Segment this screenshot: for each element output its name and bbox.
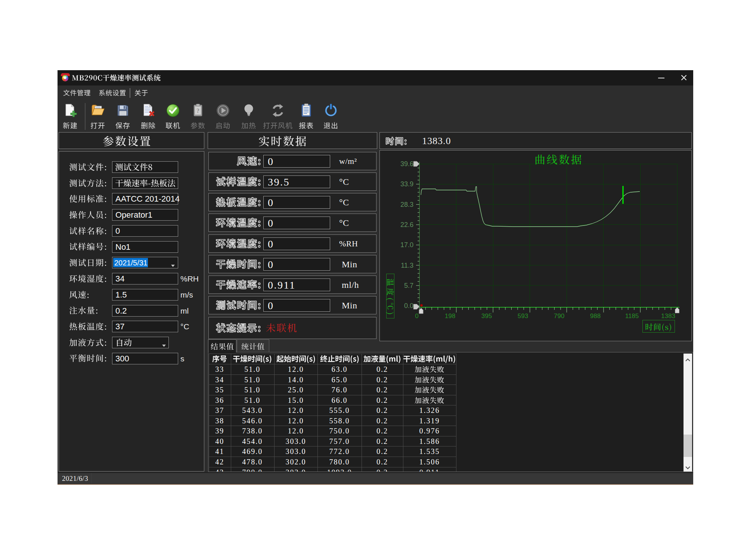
svg-text:?: ?: [196, 108, 199, 114]
